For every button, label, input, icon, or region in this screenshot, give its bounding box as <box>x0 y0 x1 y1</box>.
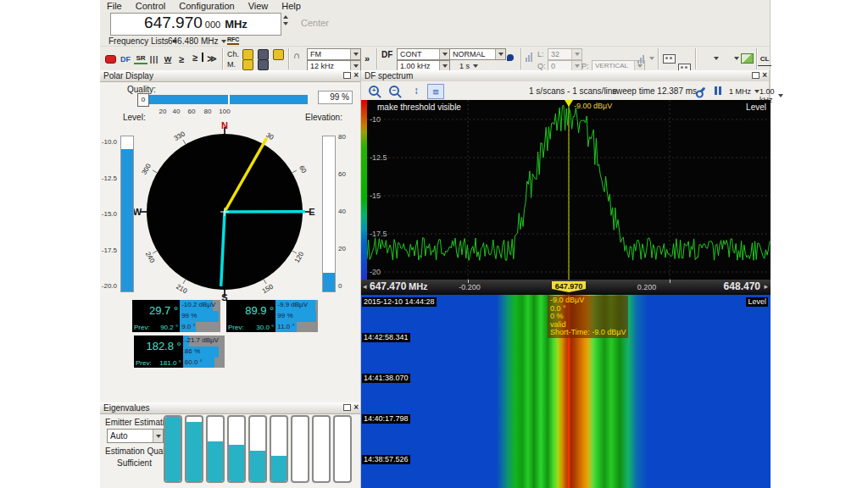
waterfall-icon[interactable]: W <box>161 53 175 65</box>
menu-control[interactable]: Control <box>129 0 172 11</box>
quality-slider[interactable] <box>142 95 308 104</box>
df-time-select[interactable]: 1 s <box>459 62 478 70</box>
dropdown-icon <box>778 94 783 97</box>
frequency-lists-button[interactable]: Frequency Lists <box>108 36 177 46</box>
spectrum-plot-area[interactable]: make threshold visible Level -9.00 dBµV … <box>361 100 771 280</box>
quality-value: 99 % <box>181 312 197 319</box>
level-scale-label: -12.5 <box>102 174 117 181</box>
histogram-icon[interactable]: ||| <box>147 53 161 65</box>
scroll-right-icon[interactable]: ▸ <box>764 282 768 291</box>
level-bar: -9.9 dBµV <box>275 300 318 311</box>
compass-degree-label: 210 <box>175 283 189 296</box>
close-panel-icon[interactable]: × <box>353 403 359 412</box>
quality-scale-label: 40 <box>173 108 181 115</box>
menu-help[interactable]: Help <box>275 0 308 11</box>
dropdown-icon[interactable] <box>153 430 163 442</box>
waterfall-timestamp: 14:40:17.798 <box>362 414 410 424</box>
record-icon[interactable] <box>103 53 117 65</box>
freq-start-label: 647.470 <box>370 280 406 292</box>
scroll-left-icon[interactable]: ◂ <box>363 282 367 291</box>
eigenvalue-bar-fill <box>271 456 287 481</box>
center-mode-label: Center <box>301 18 329 28</box>
spectrum-panel-titlebar[interactable]: DF spectrum × <box>361 70 769 82</box>
channel-squelch-icon[interactable] <box>273 49 284 60</box>
elevation-scale: 806040200 <box>337 136 359 291</box>
elevation-scale-label: 40 <box>338 208 346 215</box>
step-up-icon[interactable] <box>283 15 288 19</box>
rfc-icon[interactable]: RFC <box>227 36 239 45</box>
df-display-bars: -10.2 dBµV99 % <box>180 300 220 322</box>
listen-icon[interactable] <box>507 54 514 61</box>
screenshot-icon[interactable] <box>741 53 754 64</box>
level-color-scale <box>361 100 367 280</box>
l-label: L: <box>537 50 544 58</box>
eigenvalue-bar <box>291 415 309 483</box>
dropdown-icon[interactable] <box>714 57 719 60</box>
demodulation-select[interactable]: FM <box>307 48 361 60</box>
dropdown-icon[interactable] <box>439 49 449 59</box>
menu-configuration[interactable]: Configuration <box>172 0 241 11</box>
p-label: P: <box>581 62 589 70</box>
quality-slider-handle[interactable]: 0 <box>137 93 149 107</box>
zoom-out-icon[interactable]: − <box>387 84 402 97</box>
settings-wrench-icon[interactable] <box>693 84 709 97</box>
azimuth-value: 29.7 ° <box>132 300 180 322</box>
close-panel-icon[interactable]: × <box>353 71 359 80</box>
eigenvalue-bar-fill <box>229 445 244 481</box>
elevation-bar: 9.0 ° <box>180 322 220 332</box>
emitter-estimation-select[interactable]: Auto <box>107 429 164 443</box>
elevation-value: 11.0 ° <box>277 323 294 330</box>
antenna-columns-icon <box>526 52 533 62</box>
elevation-bar: 60.0 ° <box>183 358 225 368</box>
df-mode-icon[interactable]: DF <box>119 53 132 65</box>
df-quality-select[interactable]: NORMAL <box>449 48 506 60</box>
memory-audio-icon[interactable] <box>242 59 253 70</box>
menu-view[interactable]: View <box>242 0 275 11</box>
polar-panel-titlebar[interactable]: Polar Display × <box>100 70 360 82</box>
threshold-icon[interactable]: ≥ <box>175 53 188 65</box>
float-panel-icon[interactable] <box>343 72 351 79</box>
frequency-list-value[interactable]: 646.480 MHz <box>168 36 226 46</box>
threshold-limit-icon[interactable]: ≥ <box>188 53 203 62</box>
step-down-icon[interactable] <box>283 22 288 25</box>
clear-icon[interactable]: CL <box>758 53 771 66</box>
close-panel-icon[interactable]: × <box>762 71 767 80</box>
scan-lines-icon[interactable]: ≡ <box>427 84 444 99</box>
float-panel-icon[interactable] <box>752 72 760 79</box>
center-frequency-input[interactable]: 647.970 000 MHz <box>110 13 281 36</box>
float-panel-icon[interactable] <box>343 404 351 411</box>
frequency-marker-flag[interactable]: 647.970 <box>552 281 586 292</box>
polar-display-panel: Polar Display × Quality: 0 20406080100 9… <box>100 70 361 402</box>
vertical-scale-icon[interactable]: ↕ <box>409 84 424 97</box>
eigenvalue-bar <box>333 415 352 483</box>
azimuth-value: 89.9 ° <box>226 300 275 322</box>
df-mode-select[interactable]: CONT <box>397 48 450 60</box>
sweep-time-label: sweep time 12.387 ms <box>612 86 697 96</box>
eigenvalues-panel: Eigenvalues × Emitter Estimation: Auto E… <box>100 402 361 488</box>
df-display: 89.9 °-9.9 dBµV99 %Prev:30.0 °11.0 ° <box>226 300 318 332</box>
zoom-in-icon[interactable]: + <box>366 84 381 97</box>
df-display-main: 182.8 °-21.7 dBµV86 % <box>134 336 225 358</box>
spectrum-y-tick-label: -15 <box>370 191 381 200</box>
level-meter <box>120 136 134 292</box>
prev-azimuth-value: 181.0 ° <box>159 359 181 367</box>
eigenvalues-panel-titlebar[interactable]: Eigenvalues × <box>100 402 360 414</box>
bearing-list-icon[interactable] <box>663 54 676 64</box>
freq-offset-right: 0.200 <box>637 283 657 291</box>
expand-toolbar-icon[interactable]: » <box>364 53 370 64</box>
memory-select-icon[interactable] <box>258 59 269 70</box>
pause-icon[interactable] <box>710 84 726 97</box>
dropdown-icon[interactable] <box>350 49 360 59</box>
elevation-value: 60.0 ° <box>185 358 203 366</box>
waterfall-display[interactable]: 2015-12-10 14:44:28 Level -9.0 dBµV0.0 °… <box>361 295 771 488</box>
sr-icon[interactable]: SR <box>134 53 147 64</box>
continuous-icon[interactable]: ≫ <box>205 53 219 65</box>
frequency-stepper[interactable] <box>283 15 292 25</box>
span-select[interactable]: 1 MHz <box>729 87 760 96</box>
menu-file[interactable]: File <box>100 0 129 11</box>
dropdown-icon[interactable] <box>734 57 739 60</box>
dropdown-icon[interactable] <box>495 49 505 59</box>
frequency-axis-bar[interactable]: ◂ 647.470 MHz -0.200 647.970 0.200 648.4… <box>361 280 771 295</box>
threshold-hint-label[interactable]: make threshold visible <box>377 103 461 112</box>
eigenvalue-bar-fill <box>165 417 181 481</box>
